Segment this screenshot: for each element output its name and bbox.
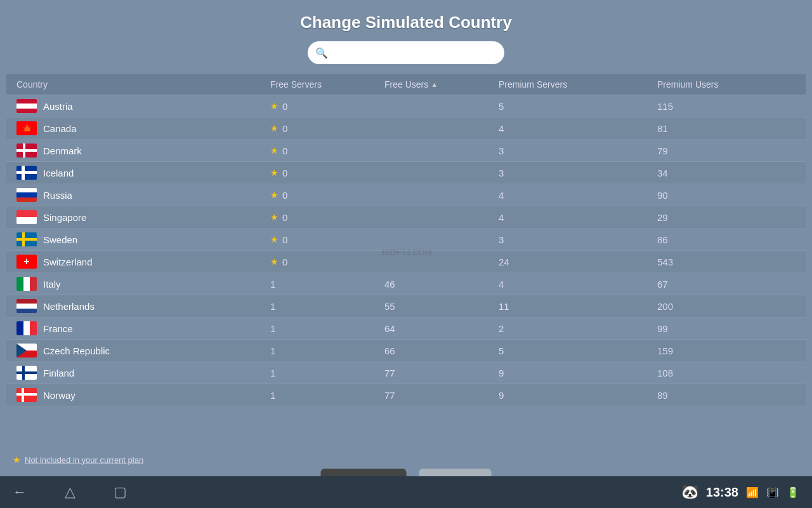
premium-servers-cell: 4: [499, 212, 657, 223]
free-servers-value: 0: [282, 257, 287, 267]
premium-users-cell: 543: [657, 257, 806, 267]
country-name: Austria: [43, 101, 73, 112]
country-name: Iceland: [43, 168, 74, 178]
country-cell: Sweden: [16, 232, 270, 246]
footer-note: ★ Not included in your current plan: [13, 455, 143, 465]
free-servers-value: 0: [282, 212, 287, 223]
premium-servers-cell: 9: [499, 368, 657, 378]
table-row[interactable]: Italy146467: [6, 273, 806, 295]
header-free-users[interactable]: Free Users ▲: [384, 79, 499, 90]
free-servers-cell: 1: [270, 323, 384, 334]
search-input[interactable]: [332, 48, 497, 58]
premium-servers-cell: 3: [499, 168, 657, 178]
premium-users-cell: 159: [657, 345, 806, 356]
country-table: Country Free Servers Free Users ▲ Premiu…: [6, 74, 806, 476]
flag-singapore: [16, 210, 37, 224]
flag-sweden: [16, 232, 37, 246]
premium-star-icon: ★: [270, 234, 278, 244]
nav-left: ← △ ▢: [13, 484, 127, 500]
page-title: Change Simulated Country: [300, 13, 512, 32]
free-servers-value: 0: [282, 145, 287, 156]
country-cell: Switzerland: [16, 255, 270, 269]
table-row[interactable]: Austria★05115: [6, 95, 806, 117]
free-users-cell: 64: [384, 323, 499, 334]
signal-icon: 📳: [766, 486, 779, 498]
premium-users-cell: 81: [657, 123, 806, 134]
free-servers-cell: ★0: [270, 123, 384, 134]
back-icon[interactable]: ←: [13, 484, 27, 500]
table-row[interactable]: Singapore★0429: [6, 206, 806, 229]
premium-servers-cell: 11: [499, 301, 657, 312]
free-servers-value: 0: [282, 234, 287, 245]
country-name: Finland: [43, 368, 74, 378]
country-cell: Singapore: [16, 210, 270, 224]
country-cell: Canada: [16, 121, 270, 135]
table-row[interactable]: Sweden★0386: [6, 229, 806, 251]
premium-servers-cell: 9: [499, 390, 657, 401]
premium-users-cell: 29: [657, 212, 806, 223]
flag-france: [16, 321, 37, 335]
country-cell: Italy: [16, 277, 270, 291]
free-users-cell: 66: [384, 345, 499, 356]
table-row[interactable]: Iceland★0334: [6, 162, 806, 184]
search-icon: 🔍: [315, 47, 328, 59]
table-row[interactable]: Russia★0490: [6, 184, 806, 206]
premium-users-cell: 89: [657, 390, 806, 401]
free-servers-cell: ★0: [270, 145, 384, 156]
free-servers-cell: ★0: [270, 101, 384, 112]
table-body: Austria★05115Canada★0481Denmark★0379Icel…: [6, 95, 806, 406]
free-servers-cell: ★0: [270, 234, 384, 245]
country-name: Denmark: [43, 145, 82, 156]
table-header: Country Free Servers Free Users ▲ Premiu…: [6, 74, 806, 95]
country-name: Norway: [43, 390, 75, 401]
table-row[interactable]: Czech Republic1665159: [6, 340, 806, 362]
free-servers-cell: ★0: [270, 212, 384, 223]
premium-star-icon: ★: [270, 101, 278, 111]
flag-iceland: [16, 166, 37, 180]
country-name: Sweden: [43, 234, 77, 245]
table-row[interactable]: Canada★0481: [6, 117, 806, 140]
premium-users-cell: 67: [657, 279, 806, 290]
free-servers-cell: 1: [270, 345, 384, 356]
home-icon[interactable]: △: [65, 484, 75, 500]
country-cell: Czech Republic: [16, 344, 270, 358]
premium-users-cell: 200: [657, 301, 806, 312]
country-cell: Austria: [16, 99, 270, 113]
footer-note-link[interactable]: Not included in your current plan: [25, 455, 143, 465]
table-row[interactable]: Finland1779108: [6, 362, 806, 384]
flag-canada: [16, 121, 37, 135]
country-name: Czech Republic: [43, 345, 110, 356]
premium-servers-cell: 2: [499, 323, 657, 334]
flag-switzerland: [16, 255, 37, 269]
table-row[interactable]: Norway177989: [6, 384, 806, 406]
table-row[interactable]: Denmark★0379: [6, 140, 806, 162]
free-servers-cell: ★0: [270, 168, 384, 178]
flag-denmark: [16, 144, 37, 157]
main-content: Change Simulated Country 🔍 Country Free …: [0, 0, 812, 476]
flag-czech: [16, 344, 37, 358]
flag-italy: [16, 277, 37, 291]
premium-users-cell: 79: [657, 145, 806, 156]
free-servers-value: 0: [282, 101, 287, 112]
premium-star-icon: ★: [270, 168, 278, 178]
country-name: Canada: [43, 123, 77, 134]
flag-austria: [16, 99, 37, 113]
country-cell: France: [16, 321, 270, 335]
free-servers-value: 0: [282, 168, 287, 178]
premium-star-icon: ★: [270, 190, 278, 200]
table-row[interactable]: Switzerland★024543: [6, 251, 806, 273]
flag-russia: [16, 188, 37, 202]
recents-icon[interactable]: ▢: [114, 484, 127, 500]
premium-servers-cell: 4: [499, 123, 657, 134]
table-row[interactable]: France164299: [6, 318, 806, 340]
free-servers-cell: ★0: [270, 190, 384, 201]
free-users-cell: 77: [384, 390, 499, 401]
flag-finland: [16, 366, 37, 380]
country-cell: Finland: [16, 366, 270, 380]
footer-star-icon: ★: [13, 455, 21, 465]
premium-servers-cell: 24: [499, 257, 657, 267]
nav-bar: ← △ ▢ 🐼 13:38 📶 📳 🔋: [0, 476, 812, 508]
flag-netherlands: [16, 299, 37, 313]
country-name: Netherlands: [43, 301, 95, 312]
table-row[interactable]: Netherlands15511200: [6, 295, 806, 318]
